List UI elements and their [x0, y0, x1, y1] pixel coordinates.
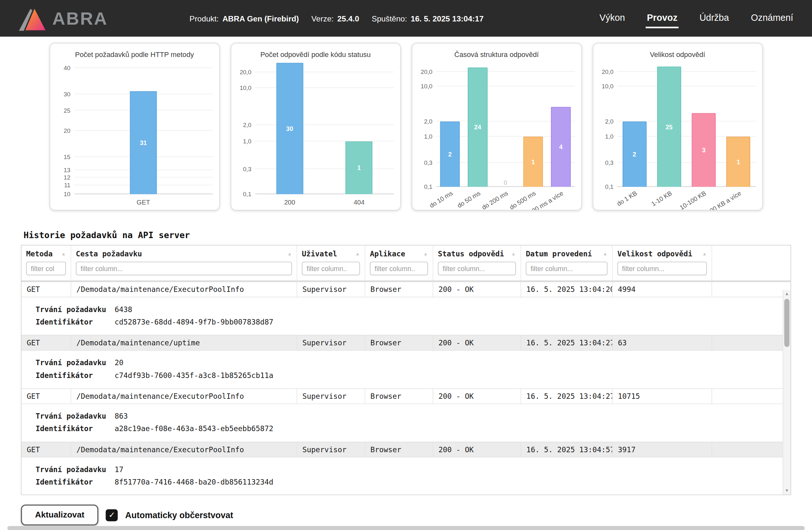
y-tick-label: 10 — [64, 191, 70, 198]
bar-value-label: 1 — [532, 158, 535, 166]
table-row[interactable]: GET /Demodata/maintenance/ExecutorPoolIn… — [21, 388, 791, 404]
y-tick-label: 10,0 — [240, 85, 251, 91]
nav-oznameni[interactable]: Oznámení — [750, 8, 794, 28]
chart-card-casova-struktura-odpovedi: Časová struktura odpovědí 20,010,02,01,0… — [411, 43, 581, 210]
sort-icon: ▲ — [61, 251, 66, 256]
product-label: Produkt: — [189, 14, 218, 23]
filter-input-uzivatel[interactable] — [302, 262, 360, 275]
y-tick-label: 0,1 — [605, 184, 613, 190]
cell-empty — [712, 442, 791, 457]
horizontal-scrollbar[interactable] — [8, 526, 804, 530]
column-aplikace: Aplikace▲ — [365, 245, 433, 281]
filter-input-velikost-odpovedi[interactable] — [618, 262, 707, 275]
y-tick-label: 11 — [64, 183, 70, 189]
y-tick-label: 40 — [64, 65, 70, 71]
x-label-text: 10-100 KB — [679, 189, 708, 210]
cell-method: GET — [21, 282, 71, 297]
table-row[interactable]: GET /Demodata/maintenance/ExecutorPoolIn… — [21, 442, 791, 457]
sort-icon: ▲ — [287, 251, 292, 256]
detail-label-identifier: Identifikátor — [35, 476, 115, 488]
auto-refresh-checkbox[interactable]: ✓ — [106, 509, 118, 521]
column-label: Status odpovědi — [438, 249, 504, 258]
cell-application: Browser — [365, 282, 433, 297]
product-value: ABRA Gen (Firebird) — [222, 14, 299, 23]
scroll-down-icon[interactable]: ▼ — [783, 488, 791, 493]
scrollbar-thumb[interactable] — [784, 299, 789, 347]
bar-value-label: 3 — [702, 146, 706, 154]
bar-value-label: 24 — [474, 124, 481, 131]
y-tick-label: 15 — [64, 154, 70, 160]
x-label-text: do 1 KB — [615, 189, 638, 207]
filter-input-aplikace[interactable] — [370, 262, 428, 275]
y-tick-label: 1,0 — [424, 133, 432, 140]
cell-size: 63 — [613, 335, 712, 350]
abra-logo-icon — [18, 6, 47, 31]
scroll-up-icon[interactable]: ▲ — [783, 291, 791, 296]
detail-duration-line: Trvání požadavku 6438 — [21, 303, 791, 316]
y-tick-label: 0,1 — [243, 191, 251, 198]
gridline — [617, 86, 756, 87]
column-metoda: Metoda▲ — [21, 245, 71, 281]
gridline — [617, 71, 756, 72]
column-sort-status-odpovedi[interactable]: Status odpovědi▲ — [438, 249, 516, 258]
cell-size: 3917 — [613, 442, 712, 457]
y-tick-label: 0,3 — [243, 166, 251, 172]
column-sort-aplikace[interactable]: Aplikace▲ — [370, 249, 428, 258]
nav-udrzba[interactable]: Údržba — [698, 8, 730, 28]
table-body: GET /Demodata/maintenance/ExecutorPoolIn… — [21, 282, 791, 495]
detail-label-identifier: Identifikátor — [35, 316, 115, 328]
cell-status: 200 - OK — [433, 442, 521, 457]
filter-input-status-odpovedi[interactable] — [438, 262, 516, 275]
column-sort-velikost-odpovedi[interactable]: Velikost odpovědi▲ — [618, 249, 707, 258]
gridline — [255, 87, 393, 88]
column-label: Cesta požadavku — [76, 249, 142, 258]
x-label-text: do 50 ms — [456, 189, 482, 209]
nav-provoz[interactable]: Provoz — [646, 8, 679, 28]
detail-value-identifier: a28c19ae-f08e-463a-8543-eb5eebb65872 — [115, 422, 273, 435]
vertical-scrollbar[interactable]: ▲ ▼ — [783, 290, 791, 495]
column-label: Datum provedení — [526, 249, 592, 258]
row-detail: Trvání požadavku 20 Identifikátor c74df9… — [21, 351, 791, 388]
filter-input-cesta-pozadavku[interactable] — [76, 262, 292, 275]
sort-icon: ▲ — [511, 251, 516, 256]
table-row[interactable]: GET /Demodata/maintenance/ExecutorPoolIn… — [21, 282, 791, 297]
cell-user: Supervisor — [297, 335, 365, 350]
refresh-button[interactable]: Aktualizovat — [21, 504, 98, 525]
detail-duration-line: Trvání požadavku 863 — [21, 410, 791, 422]
bar-10-100-kb: 3 — [692, 113, 716, 187]
table-row[interactable]: GET /Demodata/maintenance/uptime Supervi… — [21, 335, 791, 351]
bar-do-10-ms: 2 — [440, 121, 460, 187]
detail-value-duration: 863 — [115, 410, 128, 422]
bar-value-label: 2 — [633, 151, 636, 158]
column-sort-datum-provedeni[interactable]: Datum provedení▲ — [526, 249, 607, 258]
gridline — [255, 125, 393, 125]
filter-input-datum-provedeni[interactable] — [526, 262, 607, 275]
filter-input-metoda[interactable] — [26, 262, 66, 275]
detail-label-identifier: Identifikátor — [35, 369, 115, 382]
column-sort-uzivatel[interactable]: Uživatel▲ — [302, 249, 360, 258]
bar-1-10-kb: 25 — [657, 67, 681, 187]
detail-label-duration: Trvání požadavku — [35, 303, 115, 316]
y-tick-label: 0,1 — [424, 184, 432, 190]
detail-value-duration: 6438 — [115, 303, 132, 316]
column-sort-metoda[interactable]: Metoda▲ — [26, 249, 66, 258]
chart-card-velikost-odpovedi: Velikost odpovědí 20,010,02,01,00,30,12d… — [593, 43, 763, 210]
section-title: Historie požadavků na API server — [24, 230, 812, 240]
chart-plot: 20,010,02,01,00,30,1302001404 — [255, 61, 393, 194]
column-label: Velikost odpovědi — [618, 249, 692, 258]
column-sort-cesta-pozadavku[interactable]: Cesta požadavku▲ — [76, 249, 292, 258]
version-label: Verze: — [311, 14, 334, 23]
detail-value-duration: 17 — [115, 463, 124, 476]
cell-user: Supervisor — [297, 282, 365, 297]
abra-logo[interactable]: ABRA — [18, 6, 108, 31]
nav-vykon[interactable]: Výkon — [599, 8, 626, 28]
bar-do-50-ms: 24 — [468, 68, 488, 187]
gridline — [436, 86, 575, 87]
footer-bar: Aktualizovat ✓ Automaticky občerstvovat — [21, 504, 791, 525]
y-tick-label: 1,0 — [605, 133, 613, 140]
cell-empty — [712, 282, 791, 297]
bar-100-kb-a-vice: 1 — [726, 137, 750, 187]
x-label-text: 100 KB a více — [705, 189, 742, 210]
bar-do-1-kb: 2 — [622, 121, 646, 187]
detail-label-identifier: Identifikátor — [35, 422, 115, 435]
